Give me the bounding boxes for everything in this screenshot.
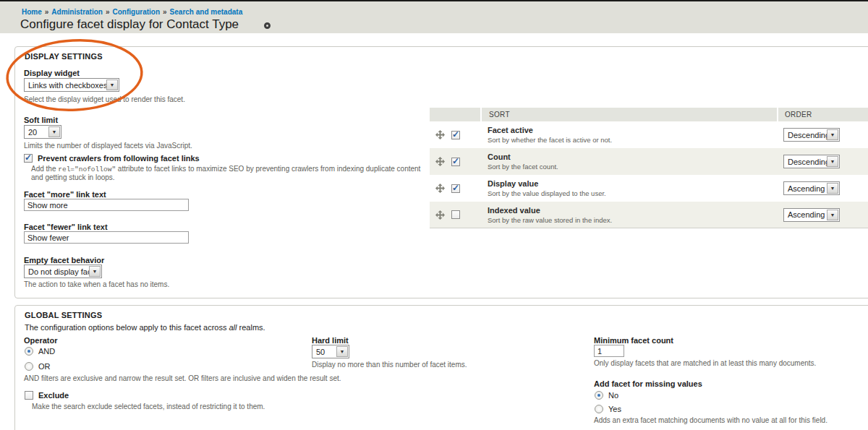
display-widget-label: Display widget (24, 69, 80, 77)
table-row: Display value Sort by the value displaye… (430, 175, 868, 202)
operator-or-radio[interactable] (25, 362, 33, 371)
sort-row-title: Count (488, 152, 777, 161)
nofollow-code: rel="nofollow" (58, 165, 116, 173)
min-count-description: Only display facets that are matched in … (594, 359, 816, 367)
chevron-down-icon[interactable]: ▼ (106, 79, 118, 90)
order-value: Descending (784, 131, 827, 139)
display-widget-description: Select the display widget used to render… (24, 95, 185, 103)
sort-enabled-checkbox[interactable] (451, 210, 460, 219)
order-value: Ascending (784, 184, 827, 193)
operator-and-radio[interactable] (25, 347, 33, 356)
chevron-down-icon[interactable]: ▼ (827, 210, 838, 220)
order-select[interactable]: Ascending ▼ (783, 181, 840, 195)
table-row: Indexed value Sort by the raw value stor… (430, 202, 868, 228)
sort-table-header-drag-column (430, 108, 480, 121)
missing-values-description: Adds an extra facet matching documents w… (594, 416, 827, 424)
soft-limit-label: Soft limit (24, 116, 58, 124)
drag-handle-icon[interactable] (435, 157, 445, 166)
min-count-input[interactable] (594, 345, 624, 357)
sort-table-header-order: ORDER (777, 108, 868, 121)
min-count-label: Minimum facet count (594, 336, 673, 345)
page-title: Configure facet display for Contact Type (20, 17, 239, 32)
sort-enabled-checkbox[interactable] (451, 158, 460, 166)
display-widget-value: Links with checkboxes (25, 81, 106, 90)
chevron-down-icon[interactable]: ▼ (827, 183, 838, 194)
breadcrumb-separator: » (45, 8, 49, 16)
table-row: Count Sort by the facet count. Descendin… (430, 148, 868, 175)
chevron-down-icon[interactable]: ▼ (89, 266, 101, 277)
table-row: Facet active Sort by whether the facet i… (430, 121, 868, 148)
sort-row-title: Indexed value (488, 206, 777, 215)
display-widget-select[interactable]: Links with checkboxes ▼ (24, 78, 119, 92)
exclude-label: Exclude (38, 391, 69, 400)
drag-handle-icon[interactable] (435, 130, 445, 139)
order-select[interactable]: Ascending ▼ (783, 208, 840, 222)
missing-values-yes-radio[interactable] (595, 405, 603, 413)
hard-limit-value: 50 (312, 348, 336, 356)
breadcrumb-link-administration[interactable]: Administration (51, 8, 103, 16)
missing-values-no-label: No (608, 391, 618, 400)
chevron-down-icon[interactable]: ▼ (336, 346, 348, 357)
order-value: Descending (784, 158, 827, 166)
breadcrumb-link-search-metadata[interactable]: Search and metadata (170, 8, 243, 16)
facet-more-input[interactable] (24, 199, 189, 211)
operator-or-label: OR (38, 362, 51, 371)
prevent-crawlers-label: Prevent crawlers from following facet li… (38, 154, 200, 163)
breadcrumb: Home»Administration»Configuration»Search… (22, 8, 242, 16)
display-settings-legend: DISPLAY SETTINGS (25, 52, 103, 61)
empty-behavior-select[interactable]: Do not display facet ▼ (24, 265, 102, 278)
sort-row-title: Facet active (488, 126, 777, 134)
drag-handle-icon[interactable] (435, 210, 445, 220)
global-settings-legend: GLOBAL SETTINGS (25, 311, 102, 319)
operator-label: Operator (24, 336, 57, 345)
sort-row-description: Sort by the raw value stored in the inde… (488, 216, 777, 224)
exclude-description: Make the search exclude selected facets,… (32, 403, 336, 410)
chevron-down-icon[interactable]: ▼ (48, 126, 60, 137)
prevent-crawlers-checkbox[interactable] (24, 154, 33, 163)
sort-table-header: SORT ORDER (430, 108, 868, 121)
facet-more-label: Facet "more" link text (24, 190, 106, 199)
breadcrumb-separator: » (106, 8, 110, 16)
hard-limit-description: Display no more than this number of face… (312, 361, 467, 369)
sort-table-header-sort: SORT (480, 108, 777, 121)
hard-limit-label: Hard limit (312, 336, 349, 345)
sort-row-description: Sort by whether the facet is active or n… (488, 136, 777, 144)
breadcrumb-link-configuration[interactable]: Configuration (112, 8, 160, 16)
breadcrumb-separator: » (163, 8, 167, 16)
facet-fewer-input[interactable] (24, 231, 189, 244)
soft-limit-select[interactable]: 20 ▼ (24, 125, 61, 139)
order-select[interactable]: Descending ▼ (783, 128, 840, 142)
sort-enabled-checkbox[interactable] (451, 184, 460, 193)
operator-description: AND filters are exclusive and narrow the… (24, 374, 371, 382)
empty-behavior-label: Empty facet behavior (24, 256, 104, 265)
order-value: Ascending (784, 210, 827, 219)
sort-row-description: Sort by the value displayed to the user. (488, 189, 777, 197)
missing-values-no-radio[interactable] (595, 391, 603, 400)
soft-limit-description: Limits the number of displayed facets vi… (24, 142, 192, 150)
order-select[interactable]: Descending ▼ (783, 155, 840, 168)
drag-handle-icon[interactable] (435, 184, 445, 193)
exclude-checkbox[interactable] (25, 391, 33, 400)
facet-fewer-label: Facet "fewer" link text (24, 223, 108, 231)
sort-row-description: Sort by the facet count. (488, 163, 777, 171)
emphasis-all: all (229, 323, 237, 332)
display-settings-fieldset: DISPLAY SETTINGS Display widget Links wi… (14, 46, 868, 298)
sort-row-title: Display value (488, 179, 777, 188)
operator-and-label: AND (38, 347, 55, 356)
breadcrumb-link-home[interactable]: Home (22, 8, 42, 16)
sort-table: SORT ORDER Facet active Sort by whether … (430, 108, 868, 228)
empty-behavior-value: Do not display facet (25, 267, 89, 276)
global-settings-description: The configuration options below apply to… (25, 323, 265, 332)
prevent-crawlers-description: Add the rel="nofollow" attribute to face… (31, 165, 430, 181)
missing-values-yes-label: Yes (608, 405, 621, 413)
global-settings-fieldset: GLOBAL SETTINGS The configuration option… (14, 305, 868, 430)
chevron-down-icon[interactable]: ▼ (827, 156, 838, 167)
missing-values-label: Add facet for missing values (594, 379, 702, 388)
help-icon[interactable] (264, 22, 271, 29)
page-header: Home»Administration»Configuration»Search… (0, 1, 868, 33)
empty-behavior-description: The action to take when a facet has no i… (24, 280, 169, 288)
sort-enabled-checkbox[interactable] (451, 131, 460, 139)
hard-limit-select[interactable]: 50 ▼ (312, 345, 349, 358)
soft-limit-value: 20 (25, 128, 48, 137)
chevron-down-icon[interactable]: ▼ (827, 129, 838, 140)
